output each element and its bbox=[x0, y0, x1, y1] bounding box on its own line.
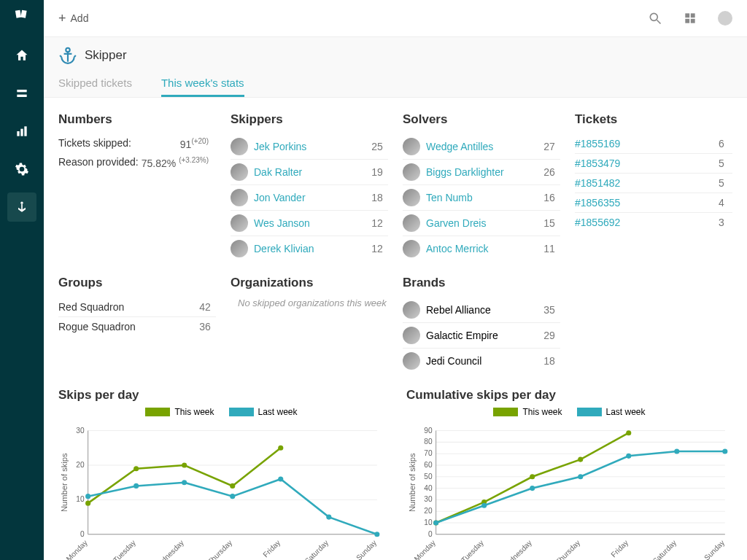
svg-text:Wednesday: Wednesday bbox=[500, 538, 534, 560]
row-name[interactable]: Jon Vander bbox=[254, 192, 366, 203]
sidebar bbox=[0, 0, 44, 560]
ticket-link[interactable]: #1853479 bbox=[575, 158, 711, 169]
tickets-skipped-label: Tickets skipped: bbox=[58, 137, 131, 150]
avatar bbox=[231, 163, 248, 181]
ticket-link[interactable]: #1856355 bbox=[575, 197, 711, 209]
row-name[interactable]: Antoc Merrick bbox=[426, 243, 538, 254]
user-avatar[interactable] bbox=[718, 11, 732, 26]
svg-point-42 bbox=[85, 494, 90, 499]
avatar bbox=[403, 240, 420, 257]
row-name: Rogue Squadron bbox=[58, 321, 194, 332]
svg-point-48 bbox=[374, 532, 379, 537]
row-name[interactable]: Dak Ralter bbox=[254, 166, 366, 178]
ticket-link[interactable]: #1855169 bbox=[575, 138, 711, 149]
tab-weeks-stats[interactable]: This week's stats bbox=[161, 77, 244, 97]
numbers-title: Numbers bbox=[58, 112, 216, 127]
row-name: Rebel Alliance bbox=[426, 304, 538, 316]
row-count: 25 bbox=[366, 141, 388, 152]
row-count: 35 bbox=[538, 304, 560, 316]
nav-views[interactable] bbox=[7, 79, 36, 108]
reason-provided-value: 75.82% bbox=[142, 157, 176, 168]
svg-point-43 bbox=[133, 483, 139, 489]
row-count: 5 bbox=[711, 158, 732, 169]
search-icon[interactable] bbox=[648, 11, 662, 26]
row-name[interactable]: Wedge Antilles bbox=[426, 141, 538, 152]
nav-reports[interactable] bbox=[7, 117, 36, 146]
svg-rect-13 bbox=[691, 19, 695, 23]
numbers-section: Numbers Tickets skipped: 91(+20) Reason … bbox=[58, 112, 216, 261]
reason-provided-delta: (+3.23%) bbox=[179, 156, 209, 164]
row-name[interactable]: Biggs Darklighter bbox=[426, 166, 538, 178]
row-count: 19 bbox=[366, 166, 388, 178]
reason-provided-label: Reason provided: bbox=[58, 156, 139, 169]
svg-text:Monday: Monday bbox=[65, 538, 90, 560]
svg-text:60: 60 bbox=[424, 461, 433, 469]
row-name[interactable]: Garven Dreis bbox=[426, 217, 538, 229]
list-item: Red Squadron42 bbox=[58, 298, 216, 317]
row-count: 27 bbox=[538, 141, 560, 152]
nav-skipper[interactable] bbox=[7, 192, 36, 222]
list-item: Antoc Merrick11 bbox=[403, 236, 560, 261]
groups-section: Groups Red Squadron42Rogue Squadron36 bbox=[58, 276, 216, 373]
skippers-section: Skippers Jek Porkins25Dak Ralter19Jon Va… bbox=[231, 112, 388, 261]
list-item: Wedge Antilles27 bbox=[403, 134, 560, 160]
solvers-section: Solvers Wedge Antilles27Biggs Darklighte… bbox=[403, 112, 560, 261]
logo-icon bbox=[15, 7, 29, 22]
ticket-link[interactable]: #1851482 bbox=[575, 177, 711, 189]
svg-rect-1 bbox=[20, 10, 26, 18]
svg-text:Tuesday: Tuesday bbox=[460, 538, 486, 560]
row-count: 42 bbox=[194, 301, 216, 313]
tab-skipped-tickets[interactable]: Skipped tickets bbox=[58, 77, 132, 97]
avatar bbox=[403, 327, 420, 344]
svg-rect-4 bbox=[17, 131, 19, 136]
list-item: #18514825 bbox=[575, 174, 732, 193]
list-item: #18556923 bbox=[575, 213, 732, 232]
list-item: Dak Ralter19 bbox=[231, 160, 388, 185]
nav-home[interactable] bbox=[7, 41, 36, 70]
svg-point-47 bbox=[326, 515, 331, 520]
list-item: Galactic Empire29 bbox=[403, 323, 560, 349]
svg-point-83 bbox=[626, 430, 631, 435]
svg-point-90 bbox=[722, 448, 727, 454]
svg-rect-3 bbox=[17, 95, 26, 97]
svg-text:90: 90 bbox=[424, 427, 433, 435]
svg-line-17 bbox=[60, 55, 61, 57]
svg-text:20: 20 bbox=[76, 461, 85, 469]
svg-point-81 bbox=[530, 474, 535, 479]
svg-rect-11 bbox=[691, 13, 695, 18]
row-count: 6 bbox=[711, 138, 732, 149]
row-name[interactable]: Ten Numb bbox=[426, 192, 538, 203]
list-item: #18551696 bbox=[575, 134, 732, 154]
svg-point-88 bbox=[626, 454, 631, 459]
list-item: Wes Janson12 bbox=[231, 211, 388, 236]
row-name: Red Squadron bbox=[58, 301, 194, 313]
svg-point-85 bbox=[481, 503, 487, 508]
nav-admin[interactable] bbox=[7, 155, 36, 184]
row-name[interactable]: Wes Janson bbox=[254, 217, 366, 229]
legend-this-week: This week bbox=[522, 407, 562, 417]
svg-text:Friday: Friday bbox=[609, 538, 630, 559]
svg-text:20: 20 bbox=[424, 507, 433, 515]
svg-text:Thursday: Thursday bbox=[206, 538, 233, 560]
row-count: 18 bbox=[366, 192, 388, 203]
ticket-link[interactable]: #1855692 bbox=[575, 217, 711, 228]
apps-icon[interactable] bbox=[683, 11, 697, 26]
row-count: 12 bbox=[366, 243, 388, 254]
svg-rect-5 bbox=[20, 129, 23, 136]
svg-text:0: 0 bbox=[428, 530, 433, 538]
svg-point-14 bbox=[66, 48, 69, 52]
brands-title: Brands bbox=[403, 276, 560, 290]
add-button[interactable]: +Add bbox=[58, 11, 88, 26]
svg-text:Number of skips: Number of skips bbox=[60, 453, 69, 512]
svg-text:Wednesday: Wednesday bbox=[152, 538, 186, 560]
avatar bbox=[403, 189, 420, 206]
list-item: Jek Porkins25 bbox=[231, 134, 388, 160]
avatar bbox=[403, 163, 420, 181]
solvers-title: Solvers bbox=[403, 112, 560, 127]
row-name[interactable]: Derek Klivian bbox=[254, 243, 366, 254]
svg-point-45 bbox=[230, 494, 235, 499]
svg-text:70: 70 bbox=[424, 449, 433, 457]
row-name[interactable]: Jek Porkins bbox=[254, 141, 366, 152]
list-item: Jedi Council18 bbox=[403, 349, 560, 373]
avatar bbox=[403, 301, 420, 319]
